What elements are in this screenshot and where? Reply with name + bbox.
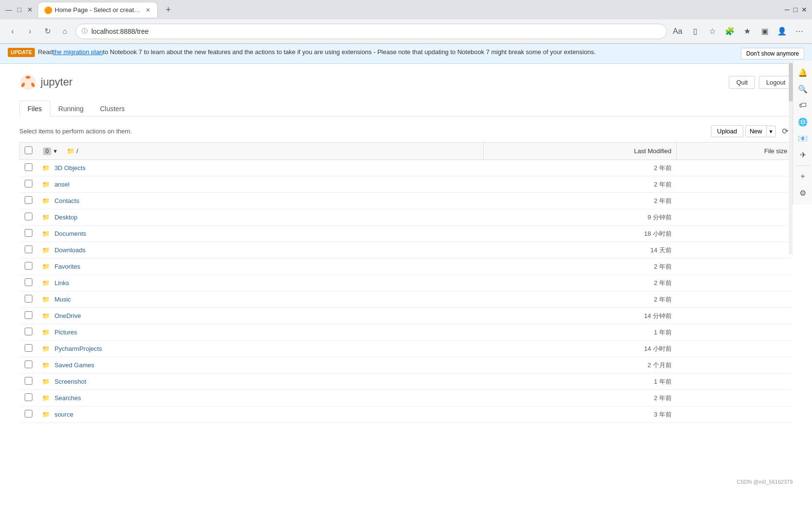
- row-checkbox-8[interactable]: [25, 295, 32, 303]
- jupyter-logo: jupyter: [19, 73, 73, 91]
- sidebar-search-icon[interactable]: 🔍: [795, 81, 811, 97]
- folder-link-2[interactable]: Contacts: [55, 197, 79, 204]
- row-checkbox-15[interactable]: [25, 410, 32, 418]
- win-close[interactable]: ✕: [801, 6, 807, 14]
- row-name-cell: 📁 3D Objects: [37, 160, 483, 176]
- folder-link-14[interactable]: Searches: [55, 394, 81, 402]
- row-checkbox-12[interactable]: [25, 361, 32, 368]
- home-btn[interactable]: ⌂: [58, 25, 72, 38]
- row-checkbox-3[interactable]: [25, 213, 32, 220]
- folder-link-10[interactable]: Pictures: [55, 329, 77, 336]
- upload-btn[interactable]: Upload: [711, 125, 743, 137]
- window-buttons[interactable]: ─ □ ✕: [785, 6, 807, 14]
- folder-link-11[interactable]: PycharmProjects: [55, 345, 102, 352]
- minimize-btn[interactable]: —: [5, 6, 13, 14]
- url-bar[interactable]: ⓘ localhost:8888/tree: [75, 24, 667, 39]
- folder-link-6[interactable]: Favorites: [55, 263, 80, 270]
- jupyter-header: jupyter Quit Logout: [19, 73, 793, 91]
- row-checkbox-9[interactable]: [25, 311, 32, 319]
- forward-btn[interactable]: ›: [23, 25, 37, 38]
- folder-icon: 📁: [42, 164, 50, 172]
- folder-icon: 📁: [42, 246, 50, 254]
- sidebar-tag-icon[interactable]: 🏷: [795, 98, 811, 113]
- folder-link-1[interactable]: ansel: [55, 181, 70, 188]
- logout-btn[interactable]: Logout: [759, 76, 793, 89]
- row-checkbox-5[interactable]: [25, 245, 32, 253]
- dont-show-btn[interactable]: Don't show anymore: [741, 48, 804, 59]
- row-modified-cell: 2 年前: [483, 193, 677, 209]
- title-bar: — □ ✕ 🟠 Home Page - Select or create a n…: [0, 0, 812, 19]
- win-maximize[interactable]: □: [794, 6, 797, 14]
- folder-link-12[interactable]: Saved Games: [55, 361, 94, 369]
- row-checkbox-7[interactable]: [25, 278, 32, 286]
- browser-tab[interactable]: 🟠 Home Page - Select or create a n ✕: [38, 2, 158, 17]
- sidebar-outlook-icon[interactable]: 📧: [795, 130, 811, 146]
- folder-link-0[interactable]: 3D Objects: [55, 164, 86, 172]
- sidebar-divider: [795, 165, 810, 166]
- add-to-favorites-btn[interactable]: ★: [740, 25, 754, 38]
- scrollbar[interactable]: [789, 61, 793, 254]
- folder-link-3[interactable]: Desktop: [55, 214, 78, 221]
- extensions-btn[interactable]: 🧩: [723, 25, 737, 38]
- header-modified[interactable]: Last Modified: [483, 143, 677, 160]
- row-checkbox-11[interactable]: [25, 344, 32, 352]
- new-btn[interactable]: New: [745, 125, 767, 137]
- folder-link-8[interactable]: Music: [55, 296, 71, 303]
- tab-close-btn[interactable]: ✕: [145, 6, 151, 14]
- split-view-btn[interactable]: ▯: [688, 25, 702, 38]
- row-checkbox-14[interactable]: [25, 393, 32, 401]
- win-minimize[interactable]: ─: [785, 6, 790, 14]
- row-modified-cell: 2 年前: [483, 390, 677, 406]
- row-checkbox-13[interactable]: [25, 377, 32, 385]
- tab-clusters[interactable]: Clusters: [92, 101, 133, 116]
- count-dropdown[interactable]: ▾: [54, 147, 57, 155]
- settings-btn[interactable]: ⋯: [793, 25, 806, 38]
- row-checkbox-1[interactable]: [25, 180, 32, 188]
- sidebar-send-icon[interactable]: ✈: [795, 147, 811, 162]
- folder-link-4[interactable]: Documents: [55, 230, 87, 237]
- star-btn[interactable]: ☆: [706, 25, 719, 38]
- new-tab-btn[interactable]: +: [162, 3, 175, 16]
- folder-link-9[interactable]: OneDrive: [55, 312, 81, 319]
- sidebar-settings-icon[interactable]: ⚙: [795, 185, 811, 201]
- profile-btn[interactable]: 👤: [775, 25, 789, 38]
- folder-link-5[interactable]: Downloads: [55, 246, 86, 254]
- row-checkbox-6[interactable]: [25, 262, 32, 270]
- folder-icon: 📁: [42, 312, 50, 319]
- file-table: 0 ▾ 📁 / Last Modified File size 📁: [19, 142, 793, 423]
- folder-link-15[interactable]: source: [55, 411, 74, 418]
- select-info: Select items to perform actions on them.: [19, 128, 132, 135]
- sidebar-globe-icon[interactable]: 🌐: [795, 114, 811, 130]
- row-size-cell: [677, 226, 793, 242]
- back-btn[interactable]: ‹: [6, 25, 19, 38]
- tab-running[interactable]: Running: [50, 101, 92, 116]
- new-btn-group: New ▾: [745, 125, 776, 137]
- jupyter-logo-icon: [19, 73, 37, 91]
- row-checkbox-2[interactable]: [25, 196, 32, 204]
- row-checkbox-cell: [20, 193, 38, 209]
- scrollbar-thumb[interactable]: [789, 63, 793, 101]
- sidebar-add-icon[interactable]: +: [795, 169, 811, 184]
- tab-files[interactable]: Files: [19, 101, 50, 116]
- row-checkbox-cell: [20, 291, 38, 308]
- row-checkbox-4[interactable]: [25, 229, 32, 237]
- row-checkbox-cell: [20, 357, 38, 374]
- new-dropdown-btn[interactable]: ▾: [767, 126, 776, 137]
- migration-plan-link[interactable]: the migration plan: [53, 48, 103, 57]
- close-btn[interactable]: ✕: [26, 6, 34, 14]
- maximize-btn[interactable]: □: [15, 6, 23, 14]
- folder-link-7[interactable]: Links: [55, 279, 69, 287]
- select-all-checkbox[interactable]: [25, 146, 32, 154]
- folder-link-13[interactable]: Screenshot: [55, 378, 87, 385]
- header-size[interactable]: File size: [677, 143, 793, 160]
- collections-btn[interactable]: ▣: [758, 25, 771, 38]
- sidebar-notification-icon[interactable]: 🔔: [795, 65, 811, 80]
- url-text: localhost:8888/tree: [91, 28, 661, 35]
- window-controls[interactable]: — □ ✕: [5, 6, 34, 14]
- refresh-btn[interactable]: ↻: [41, 25, 54, 38]
- quit-btn[interactable]: Quit: [729, 76, 755, 89]
- row-size-cell: [677, 209, 793, 226]
- row-checkbox-10[interactable]: [25, 328, 32, 335]
- reader-mode-btn[interactable]: Aa: [671, 25, 684, 38]
- row-checkbox-0[interactable]: [25, 163, 32, 171]
